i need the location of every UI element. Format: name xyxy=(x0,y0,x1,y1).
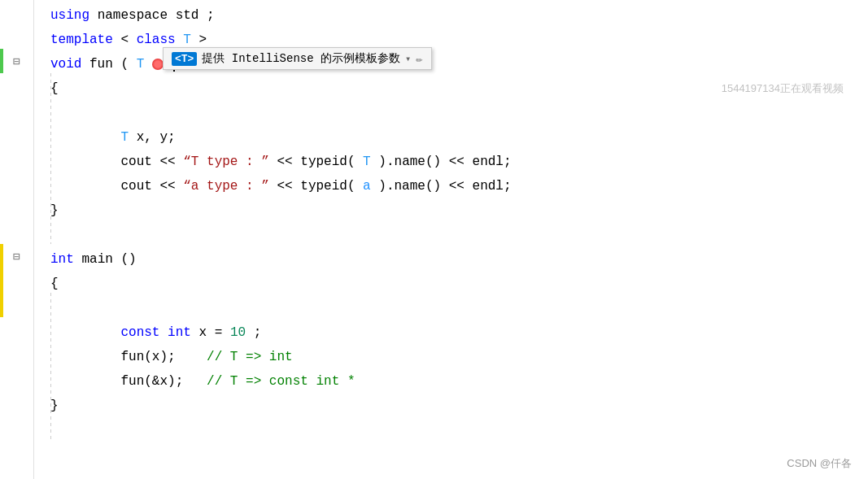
code-line-16: fun(&x); // T => const int * xyxy=(34,369,868,394)
gutter-fold-11[interactable]: ⊟ xyxy=(0,244,33,268)
gutter-line-16 xyxy=(0,366,33,390)
fold-icon-11[interactable]: ⊟ xyxy=(13,250,20,263)
func-main: main xyxy=(81,252,112,267)
gutter-line-10 xyxy=(0,220,33,244)
gutter-line-2 xyxy=(0,24,33,49)
code-area: ⊟ ⊟ using namesp xyxy=(0,0,868,479)
intellisense-edit-icon[interactable]: ✏ xyxy=(416,52,422,66)
code-content[interactable]: using namespace std ; template < class T… xyxy=(34,0,868,479)
code-line-1: using namespace std ; xyxy=(34,3,868,28)
code-line-11: int main () xyxy=(34,247,868,272)
gutter-line-13 xyxy=(0,293,33,317)
code-line-15: fun(x); // T => int xyxy=(34,345,868,369)
param-type-T: T xyxy=(137,57,145,72)
line-gutter: ⊟ ⊟ xyxy=(0,0,34,479)
keyword-template: template xyxy=(50,33,113,47)
gutter-line-15 xyxy=(0,342,33,366)
gutter-line-1 xyxy=(0,0,33,24)
gutter-line-5 xyxy=(0,98,33,122)
gutter-line-8 xyxy=(0,171,33,195)
code-line-5 xyxy=(34,101,868,125)
keyword-void: void xyxy=(50,57,81,72)
code-line-8: cout << “a type : ” << typeid( a ).name(… xyxy=(34,174,868,198)
code-line-13 xyxy=(34,296,868,320)
code-line-9: } xyxy=(34,198,868,223)
gutter-line-6 xyxy=(0,122,33,146)
template-param-T: T xyxy=(183,33,191,47)
cout-1: cout << xyxy=(120,155,183,169)
gutter-line-9 xyxy=(0,195,33,220)
intellisense-tag: <T> xyxy=(172,52,197,66)
code-line-17: } xyxy=(34,394,868,418)
gutter-line-12 xyxy=(0,268,33,293)
string-a-type: “a type : ” xyxy=(183,179,269,194)
attribution-text: CSDN @仟各 xyxy=(787,456,852,471)
param-a-ref: a xyxy=(363,179,371,194)
comment-T-const-int: // T => const int * xyxy=(207,374,355,389)
keyword-using: using xyxy=(50,8,89,23)
typeid-T: typeid( xyxy=(300,155,355,169)
keyword-const: const xyxy=(120,325,159,340)
string-T-type: “T type : ” xyxy=(183,155,269,169)
code-line-7: cout << “T type : ” << typeid( T ).name(… xyxy=(34,150,868,174)
fun-call-addr-x: fun(&x); xyxy=(120,374,198,389)
code-line-2: template < class T > xyxy=(34,28,868,52)
intellisense-dropdown-arrow[interactable]: ▾ xyxy=(405,53,411,65)
gutter-fold-3[interactable]: ⊟ xyxy=(0,49,33,73)
gutter-line-7 xyxy=(0,146,33,171)
code-line-14: const int x = 10 ; xyxy=(34,320,868,345)
number-10: 10 xyxy=(230,325,246,340)
keyword-class: class xyxy=(137,33,176,47)
intellisense-description: 提供 IntelliSense 的示例模板参数 xyxy=(202,51,400,66)
code-line-10 xyxy=(34,223,868,247)
type-T-usage: T xyxy=(120,130,129,145)
code-line-12: { xyxy=(34,272,868,296)
func-fun: fun xyxy=(89,57,113,72)
cout-2: cout << xyxy=(120,179,183,194)
code-line-3: void fun ( T ) I xyxy=(34,52,868,76)
keyword-int-const: int xyxy=(168,325,191,340)
intellisense-popup[interactable]: <T> 提供 IntelliSense 的示例模板参数 ▾ ✏ xyxy=(163,47,432,70)
editor-container: ⊟ ⊟ using namesp xyxy=(0,0,868,479)
keyword-int-main: int xyxy=(50,252,74,267)
namespace-std: std xyxy=(176,8,199,23)
gutter-line-14 xyxy=(0,317,33,342)
fun-call-x: fun(x); xyxy=(120,350,198,364)
comment-T-int: // T => int xyxy=(207,350,293,364)
code-line-6: T x, y; xyxy=(34,125,868,150)
fold-icon-3[interactable]: ⊟ xyxy=(13,54,20,68)
watermark-text: 1544197134正在观看视频 xyxy=(722,81,844,96)
gutter-line-4 xyxy=(0,73,33,98)
debug-breakpoint xyxy=(152,59,164,70)
gutter-line-17 xyxy=(0,390,33,415)
